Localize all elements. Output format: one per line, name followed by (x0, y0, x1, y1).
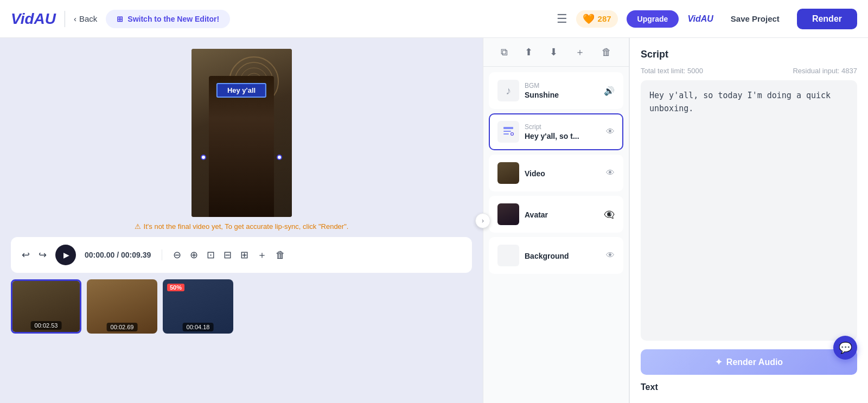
timeline-controls: ↩ ↪ ▶ 00:00.00 / 00:09.39 ⊖ ⊕ ⊡ ⊟ ⊞ ＋ 🗑 (11, 237, 472, 273)
time-display: 00:00.00 / 00:09.39 (85, 251, 151, 259)
back-arrow-icon: ‹ (74, 14, 76, 23)
svg-rect-6 (503, 133, 509, 135)
layer-visibility-video[interactable]: 👁 (606, 168, 615, 178)
undo-button[interactable]: ↩ (22, 249, 30, 261)
right-panel: Script Total text limit: 5000 Residual i… (629, 38, 868, 403)
layer-copy-button[interactable]: ⧉ (501, 47, 508, 58)
chat-bubble-button[interactable]: 💬 (833, 336, 857, 360)
video-background (192, 49, 292, 217)
heart-icon: 🧡 (583, 13, 595, 25)
align-button[interactable]: ⊞ (240, 249, 248, 261)
layer-background[interactable]: Background 👁 (489, 237, 623, 274)
play-icon: ▶ (63, 251, 69, 259)
credits-badge: 🧡 287 (576, 10, 618, 28)
split-button[interactable]: ⊟ (224, 249, 232, 261)
layer-thumb-video (497, 162, 519, 184)
render-audio-button[interactable]: ✦ Render Audio (641, 349, 857, 375)
layer-avatar[interactable]: Avatar 👁‍🗨 (489, 196, 623, 233)
back-button[interactable]: ‹ Back (74, 14, 97, 23)
thumbnail-1[interactable]: 00:02.53 (11, 279, 81, 334)
script-meta: Total text limit: 5000 Residual input: 4… (641, 67, 857, 75)
thumbnails-strip: 00:02.53 00:02.69 50% 00:04.18 (11, 279, 472, 334)
switch-editor-label: Switch to the New Editor! (127, 15, 219, 23)
layer-bgm[interactable]: ♪ BGM Sunshine 🔊 (489, 72, 623, 109)
video-preview: Hey y'all (192, 49, 292, 217)
header-right: ☰ 🧡 287 Upgrade VidAU Save Project Rende… (557, 9, 857, 29)
layer-visibility-avatar[interactable]: 👁‍🗨 (604, 209, 615, 220)
add-button[interactable]: ＋ (257, 248, 267, 261)
total-time: 00:09.39 (121, 251, 151, 259)
header: VidAU ‹ Back ⊞ Switch to the New Editor!… (0, 0, 868, 38)
switch-icon: ⊞ (117, 15, 123, 23)
text-section-header: Text (641, 382, 857, 392)
credits-value: 287 (598, 14, 611, 23)
layers-list: ♪ BGM Sunshine 🔊 (483, 67, 629, 403)
layer-delete-button[interactable]: 🗑 (602, 47, 611, 58)
thumbnail-3[interactable]: 50% 00:04.18 (163, 279, 233, 334)
layer-thumb-background (497, 245, 519, 266)
switch-editor-button[interactable]: ⊞ Switch to the New Editor! (106, 10, 230, 28)
layer-video[interactable]: Video 👁 (489, 155, 623, 191)
thumb-badge: 50% (167, 284, 184, 291)
text-overlay: Hey y'all (216, 83, 266, 98)
layers-panel: ⧉ ⬆ ⬇ ＋ 🗑 ♪ BGM Sunshine 🔊 (483, 38, 629, 403)
layer-title-script: Hey y'all, so t... (525, 132, 601, 140)
layer-label-bgm: BGM (525, 82, 598, 89)
layer-title-video: Video (525, 169, 601, 178)
redo-button[interactable]: ↪ (39, 249, 47, 261)
middle-panel-wrapper: › ⧉ ⬆ ⬇ ＋ 🗑 ♪ BGM Sunshine 🔊 (483, 38, 629, 403)
render-button[interactable]: Render (797, 9, 857, 29)
current-time: 00:00.00 (85, 251, 114, 259)
render-audio-label: Render Audio (726, 357, 783, 367)
layer-add-button[interactable]: ＋ (575, 46, 585, 59)
back-label: Back (79, 14, 97, 23)
zoom-out-button[interactable]: ⊖ (173, 249, 181, 261)
delete-button[interactable]: 🗑 (276, 250, 285, 261)
resize-handle-right[interactable] (277, 155, 282, 160)
layer-script[interactable]: Script Hey y'all, so t... 👁 (489, 113, 623, 150)
thumb-time-3: 00:04.18 (183, 323, 214, 331)
zoom-in-button[interactable]: ⊕ (190, 249, 198, 261)
main-content: Hey y'all ⚠ It's not the final video yet… (0, 38, 868, 403)
chat-icon: 💬 (839, 341, 852, 354)
monitor-icon[interactable]: ☰ (557, 12, 567, 26)
layer-info-background: Background (525, 251, 601, 260)
layer-title-avatar: Avatar (525, 210, 598, 219)
play-button[interactable]: ▶ (55, 245, 76, 265)
save-project-button[interactable]: Save Project (722, 10, 788, 28)
svg-rect-4 (503, 127, 513, 129)
residual-label: Residual input: 4837 (793, 67, 857, 75)
upgrade-button[interactable]: Upgrade (627, 10, 679, 28)
script-thumb-icon (502, 125, 515, 138)
fit-button[interactable]: ⊡ (207, 249, 215, 261)
layer-thumb-script (497, 121, 519, 143)
layer-thumb-avatar (497, 203, 519, 225)
layer-move-down-button[interactable]: ⬇ (550, 46, 558, 58)
header-divider (65, 11, 65, 27)
script-textarea[interactable] (641, 80, 857, 341)
script-header: Script (641, 49, 857, 60)
layer-label-script: Script (525, 123, 601, 131)
layer-visibility-bgm[interactable]: 🔊 (604, 86, 615, 96)
svg-rect-5 (503, 131, 511, 132)
app-logo: VidAU (11, 10, 56, 28)
resize-handle-left[interactable] (201, 155, 206, 160)
layer-info-video: Video (525, 168, 601, 178)
layer-info-script: Script Hey y'all, so t... (525, 123, 601, 140)
layer-title-background: Background (525, 252, 601, 260)
layer-visibility-script[interactable]: 👁 (606, 127, 615, 137)
thumbnail-2[interactable]: 00:02.69 (87, 279, 157, 334)
separator-1 (162, 250, 162, 260)
layer-info-avatar: Avatar (525, 209, 598, 219)
warning-text: ⚠ It's not the final video yet, To get a… (135, 222, 349, 231)
layer-title-bgm: Sunshine (525, 91, 598, 99)
layer-visibility-background[interactable]: 👁 (606, 251, 615, 260)
thumb-time-2: 00:02.69 (107, 323, 138, 331)
layer-info-bgm: BGM Sunshine (525, 82, 598, 99)
left-panel: Hey y'all ⚠ It's not the final video yet… (0, 38, 483, 403)
toggle-panel-button[interactable]: › (475, 213, 490, 228)
layer-toolbar: ⧉ ⬆ ⬇ ＋ 🗑 (483, 38, 629, 67)
render-audio-icon: ✦ (715, 357, 722, 367)
layer-move-up-button[interactable]: ⬆ (525, 46, 533, 58)
thumb-time-1: 00:02.53 (31, 321, 62, 330)
